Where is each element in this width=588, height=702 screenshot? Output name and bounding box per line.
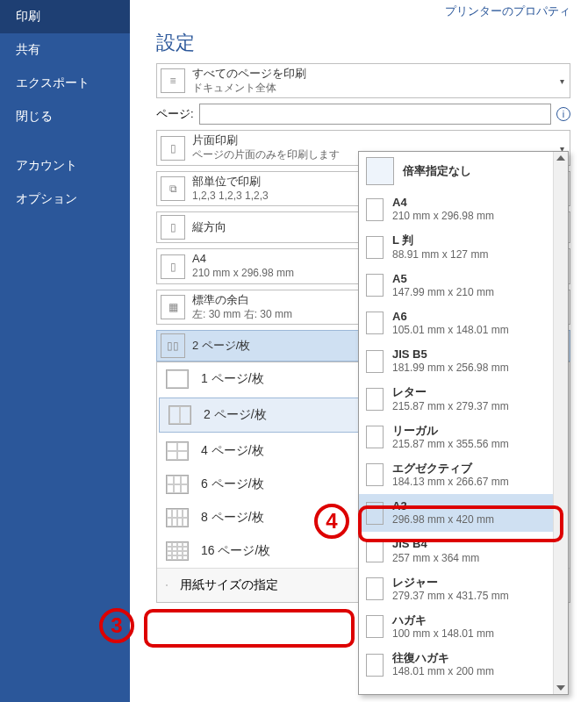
paper-swatch-icon	[366, 502, 384, 525]
grid-4-icon	[166, 441, 189, 461]
paper-option-7[interactable]: リーガル215.87 mm x 355.56 mm	[359, 419, 553, 456]
single-side-icon: ▯	[161, 136, 185, 161]
paper-swatch-icon	[366, 463, 384, 486]
paper-swatch-icon	[366, 577, 384, 600]
pages-icon: ≡	[161, 68, 185, 93]
paper-icon: ▯	[161, 254, 185, 279]
printer-properties-link[interactable]: プリンターのプロパティ	[156, 0, 570, 26]
paper-option-10[interactable]: JIS B4257 mm x 364 mm	[359, 532, 553, 569]
paper-option-2[interactable]: L 判88.91 mm x 127 mm	[359, 228, 553, 266]
paper-option-1[interactable]: A4210 mm x 296.98 mm	[359, 190, 553, 228]
paper-option-0[interactable]: 倍率指定なし	[359, 152, 553, 190]
margins-icon: ▦	[161, 295, 185, 319]
paper-size-flyout: 倍率指定なしA4210 mm x 296.98 mmL 判88.91 mm x …	[358, 151, 569, 695]
portrait-icon: ▯	[161, 215, 185, 240]
sidebar-item-account[interactable]: アカウント	[0, 149, 130, 183]
sidebar-item-close[interactable]: 閉じる	[0, 100, 130, 133]
paper-swatch-icon	[366, 426, 384, 448]
paper-option-12[interactable]: ハガキ100 mm x 148.01 mm	[359, 608, 553, 646]
collate-icon: ⧉	[161, 176, 185, 201]
grid-8-icon	[166, 508, 189, 527]
paper-option-11[interactable]: レジャー279.37 mm x 431.75 mm	[359, 570, 553, 608]
grid-6-icon	[166, 475, 189, 494]
paper-option-4[interactable]: A6105.01 mm x 148.01 mm	[359, 304, 553, 342]
paper-swatch-icon	[366, 274, 384, 297]
grid-1-icon	[166, 369, 189, 389]
paper-option-13[interactable]: 往復ハガキ148.01 mm x 200 mm	[359, 646, 553, 684]
paper-swatch-icon	[366, 615, 384, 638]
paper-swatch-icon	[366, 198, 384, 221]
pages-label: ページ:	[156, 106, 194, 122]
chevron-down-icon: ▾	[560, 76, 564, 86]
paper-swatch-icon	[366, 312, 384, 334]
paper-swatch-icon	[366, 388, 384, 411]
scrollbar[interactable]	[553, 152, 568, 694]
sidebar-item-options[interactable]: オプション	[0, 183, 130, 216]
paper-swatch-icon	[366, 654, 384, 677]
grid-16-icon	[166, 541, 189, 561]
sidebar-item-print[interactable]: 印刷	[0, 0, 130, 33]
sidebar-item-share[interactable]: 共有	[0, 33, 130, 67]
info-icon[interactable]: i	[556, 107, 570, 121]
paper-option-3[interactable]: A5147.99 mm x 210 mm	[359, 267, 553, 304]
grid-2-icon	[169, 405, 191, 425]
paper-option-8[interactable]: エグゼクティブ184.13 mm x 266.67 mm	[359, 456, 553, 494]
paper-option-9[interactable]: A3296.98 mm x 420 mm	[359, 494, 553, 532]
pages-input[interactable]	[199, 104, 551, 125]
paper-scale-icon	[166, 584, 168, 586]
setting-print-range[interactable]: ≡ すべてのページを印刷 ドキュメント全体 ▾	[156, 63, 570, 98]
paper-option-6[interactable]: レター215.87 mm x 279.37 mm	[359, 380, 553, 418]
backstage-sidebar: 印刷 共有 エクスポート 閉じる アカウント オプション	[0, 0, 130, 702]
annotation-box-3	[144, 609, 355, 648]
paper-swatch-icon	[366, 157, 394, 185]
two-up-icon: ▯▯	[161, 333, 185, 358]
paper-swatch-icon	[366, 540, 384, 562]
settings-heading: 設定	[156, 30, 570, 56]
paper-swatch-icon	[366, 350, 384, 373]
sidebar-item-export[interactable]: エクスポート	[0, 67, 130, 100]
paper-swatch-icon	[366, 236, 384, 259]
paper-option-5[interactable]: JIS B5181.99 mm x 256.98 mm	[359, 342, 553, 380]
